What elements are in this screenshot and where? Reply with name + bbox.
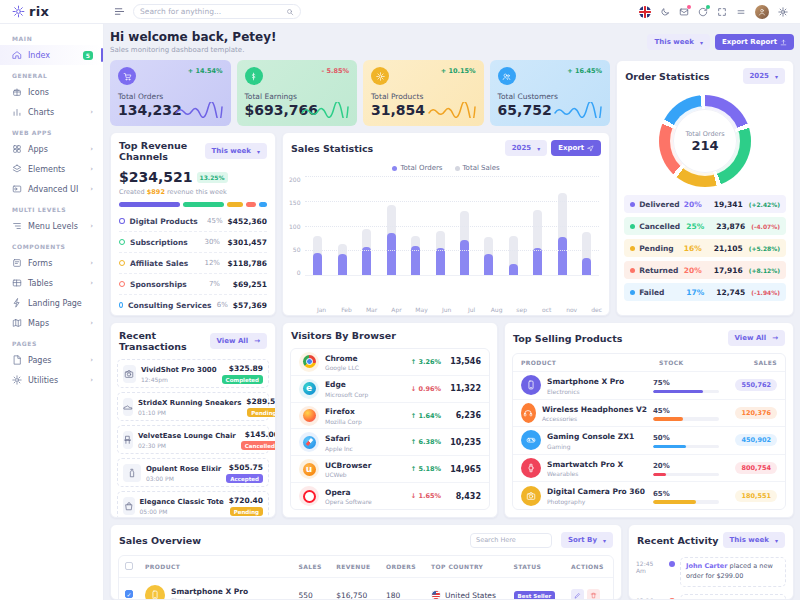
sidebar-item-utilities[interactable]: Utilities› [0, 370, 103, 390]
cart-icon [118, 67, 136, 85]
browser-row-opera[interactable]: OperaOpera Software ↓ 1.65% 8,432 [291, 483, 489, 509]
chart-year-dropdown[interactable]: 2025 [505, 140, 548, 156]
legend-item[interactable]: Total Sales [455, 164, 500, 172]
product-row[interactable]: Wireless Headphones V2Accessories 45% 12… [513, 400, 785, 428]
product-row[interactable]: Smartwatch Pro XWearables 20% 800,754 [513, 455, 785, 483]
status-badge: Best Seller [514, 591, 556, 600]
sidebar-item-maps[interactable]: Maps› [0, 313, 103, 333]
sidebar-section-label: MAIN [0, 28, 103, 45]
period-dropdown[interactable]: This week [647, 34, 709, 50]
browser-row-firefox[interactable]: FirefoxMozilla Corp ↑ 1.64% 6,236 [291, 403, 489, 430]
sidebar-item-landing-page[interactable]: Landing Page [0, 293, 103, 313]
order-legend: Delivered20% 19,341(+2.42%) Cancelled25%… [617, 195, 793, 311]
equals-icon[interactable] [736, 7, 746, 17]
table-search-input[interactable] [476, 536, 546, 544]
revenue-bar-segment [119, 202, 180, 207]
settings-icon[interactable] [778, 7, 788, 17]
uk-flag-icon[interactable] [639, 6, 651, 18]
upload-icon [780, 39, 787, 46]
browser-row-uc[interactable]: UCBrowserUCWeb ↑ 5.18% 14,965 [291, 456, 489, 483]
export-report-button[interactable]: Export Report [715, 34, 794, 50]
hamburger-menu-icon[interactable] [114, 6, 125, 17]
sidebar-item-charts[interactable]: Charts› [0, 102, 103, 122]
sidebar-item-menu-levels[interactable]: Menu Levels› [0, 216, 103, 236]
table-search[interactable] [470, 533, 552, 548]
browser-row-edge[interactable]: EdgeMicrosoft Corp ↓ 0.96% 11,322 [291, 376, 489, 403]
revenue-change-badge: 13.25% [197, 172, 228, 183]
transactions-view-all-button[interactable]: View All [210, 333, 267, 349]
transaction-row[interactable]: Opulent Rose Elixir03:00 PM $505.75Accep… [117, 458, 269, 487]
sparkline [554, 102, 602, 118]
product-row[interactable]: Digital Camera Pro 360Photography 65% 18… [513, 482, 785, 509]
stat-label: Total Earnings [245, 92, 350, 101]
revenue-period-dropdown[interactable]: This week [205, 143, 267, 159]
delete-button[interactable] [587, 589, 600, 600]
sidebar-item-apps[interactable]: Apps› [0, 139, 103, 159]
revenue-bar-segment [227, 202, 243, 207]
form-icon [12, 258, 22, 268]
sort-by-dropdown[interactable]: Sort By [561, 532, 613, 548]
order-legend-row: Cancelled25% 23,876(-4.07%) [624, 217, 786, 235]
transaction-row[interactable]: Elegance Classic Tote05:00 PM $720.40Pen… [117, 491, 269, 518]
top-selling-products-card: Top Selling Products View All PRODUCTSTO… [504, 322, 794, 518]
camera-icon [521, 486, 541, 506]
select-all-checkbox[interactable] [125, 562, 133, 570]
transaction-row[interactable]: StrideX Running Sneakers01:10 PM $289.50… [117, 392, 269, 421]
avatar[interactable] [755, 5, 769, 19]
legend-item[interactable]: Total Orders [392, 164, 442, 172]
uc-logo-icon [299, 459, 319, 479]
logo[interactable]: rix [0, 4, 104, 19]
chart-legend: Total OrdersTotal Sales [283, 163, 609, 176]
legend-dot [630, 202, 635, 207]
chart-export-button[interactable]: Export [551, 140, 601, 156]
top-products-table: PRODUCTSTOCKSALES Smartphone X ProElectr… [512, 353, 786, 510]
sidebar-item-forms[interactable]: Forms› [0, 253, 103, 273]
search-input[interactable] [140, 7, 286, 16]
stat-cards-row: + 14.54% Total Orders 134,232 - 5.85% To… [110, 60, 610, 126]
sales-overview-card: Sales Overview Sort By PRODUCTSALESREVEN… [110, 524, 622, 600]
activity-list: 12:45 Am John Carter placed a new order … [629, 555, 793, 600]
bar-chart [305, 176, 599, 276]
orders-year-dropdown[interactable]: 2025 [743, 68, 786, 84]
expand-icon[interactable] [717, 7, 727, 17]
sidebar-item-elements[interactable]: Elements› [0, 159, 103, 179]
product-row[interactable]: Gaming Console ZX1Gaming 50% 450,902 [513, 427, 785, 455]
edit-button[interactable] [571, 589, 584, 600]
sidebar-item-advanced-ui[interactable]: Advanced UI› [0, 179, 103, 199]
stat-change: - 5.85% [322, 67, 350, 75]
top-revenue-channels-card: Top Revenue Channels This week $234,521 … [110, 132, 276, 316]
row-checkbox[interactable] [125, 590, 133, 598]
sidebar-item-tables[interactable]: Tables› [0, 273, 103, 293]
mail-icon[interactable] [679, 7, 689, 17]
tools-icon [12, 375, 22, 385]
browser-row-chrome[interactable]: ChromeGoogle LLC ↑ 3.26% 13,546 [291, 349, 489, 376]
sparkline [301, 102, 349, 118]
logo-gear-icon [12, 5, 25, 18]
card-title: Recent Transactions [119, 330, 206, 352]
transaction-row[interactable]: VelvetEase Lounge Chair02:30 PM $145.00C… [117, 425, 269, 454]
revenue-channel-row: Digital Products 45% $452,360 [119, 211, 267, 232]
shoe-icon [123, 398, 133, 416]
chevron-right-icon: › [90, 222, 93, 230]
activity-period-dropdown[interactable]: This week [723, 532, 785, 548]
revenue-bar-segment [259, 202, 267, 207]
moon-icon[interactable] [660, 7, 670, 17]
console-icon [521, 430, 541, 450]
cog-icon [371, 67, 389, 85]
sidebar-item-pages[interactable]: Pages› [0, 350, 103, 370]
sidebar-item-index[interactable]: Index5 [0, 45, 103, 65]
sidebar-item-icons[interactable]: Icons [0, 82, 103, 102]
product-row[interactable]: Smartphone X ProElectronics 75% 550,762 [513, 372, 785, 400]
chevron-right-icon: › [90, 145, 93, 153]
products-view-all-button[interactable]: View All [728, 330, 785, 346]
activity-item: 12:45 Am John Carter placed a new order … [636, 557, 786, 587]
phone-icon [521, 375, 541, 395]
chevron-right-icon: › [90, 259, 93, 267]
opera-logo-icon [299, 486, 319, 506]
global-search[interactable] [133, 4, 301, 19]
table-row[interactable]: Smartphone X ProElectronics 550$16,75018… [119, 578, 613, 600]
refresh-icon[interactable] [698, 7, 708, 17]
legend-dot [630, 246, 635, 251]
browser-row-safari[interactable]: SafariApple Inc ↑ 6.38% 10,235 [291, 429, 489, 456]
transaction-row[interactable]: VividShot Pro 300012:45pm $325.89Complet… [117, 359, 269, 388]
